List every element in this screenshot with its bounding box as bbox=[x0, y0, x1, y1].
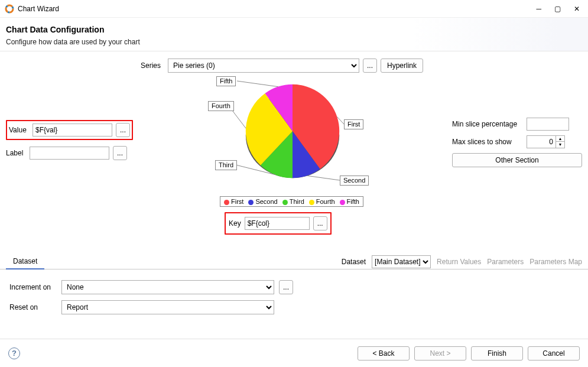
value-more-button[interactable]: ... bbox=[116, 123, 130, 137]
max-slices-spinner[interactable]: ▲ ▼ bbox=[527, 135, 565, 148]
increment-more-button[interactable]: ... bbox=[279, 280, 293, 294]
pie-callout: Third bbox=[215, 160, 237, 170]
label-input[interactable] bbox=[30, 147, 109, 160]
help-icon[interactable]: ? bbox=[8, 347, 20, 359]
series-row: Series Pie series (0) ... Hyperlink bbox=[141, 59, 423, 73]
pie-preview: FirstSecondThirdFourthFifth FirstSecondT… bbox=[207, 75, 378, 270]
value-label: Value bbox=[9, 126, 29, 134]
series-label: Series bbox=[141, 61, 161, 70]
cancel-button[interactable]: Cancel bbox=[528, 346, 580, 360]
pie-callout: Fifth bbox=[216, 76, 236, 86]
finish-button[interactable]: Finish bbox=[471, 346, 523, 360]
other-section-button[interactable]: Other Section bbox=[452, 153, 582, 167]
key-label: Key bbox=[229, 219, 241, 228]
series-select[interactable]: Pie series (0) bbox=[168, 59, 359, 73]
legend-item: Fourth bbox=[309, 198, 335, 205]
titlebar: Chart Wizard ─ ▢ ✕ bbox=[0, 0, 588, 18]
legend-swatch bbox=[282, 200, 288, 205]
increment-label: Increment on bbox=[9, 283, 57, 291]
legend-item: Second bbox=[248, 198, 277, 205]
reset-label: Reset on bbox=[9, 303, 57, 311]
window-title: Chart Wizard bbox=[18, 5, 536, 13]
pie-legend: FirstSecondThirdFourthFifth bbox=[220, 196, 363, 207]
dataset-bar: Dataset [Main Dataset] Return Values Par… bbox=[342, 255, 582, 268]
min-pct-input[interactable] bbox=[527, 118, 569, 131]
max-slices-label: Max slices to show bbox=[452, 138, 523, 146]
return-values-link: Return Values bbox=[437, 258, 481, 266]
spinner-down-icon[interactable]: ▼ bbox=[556, 142, 564, 148]
legend-item: Fifth bbox=[340, 198, 359, 205]
key-input[interactable] bbox=[245, 217, 310, 230]
footer: ? < Back Next > Finish Cancel bbox=[0, 339, 588, 367]
minimize-icon[interactable]: ─ bbox=[536, 5, 541, 13]
pie-callout: First bbox=[344, 119, 363, 129]
dataset-label: Dataset bbox=[342, 258, 366, 266]
legend-swatch bbox=[340, 200, 345, 205]
legend-item: Third bbox=[282, 198, 304, 205]
reset-select[interactable]: Report bbox=[61, 300, 274, 314]
pie-callout: Second bbox=[340, 176, 369, 186]
pie-callout: Fourth bbox=[208, 101, 234, 111]
legend-swatch bbox=[248, 200, 254, 205]
min-pct-label: Min slice percentage bbox=[452, 120, 523, 128]
spinner-up-icon[interactable]: ▲ bbox=[556, 136, 564, 142]
increment-select[interactable]: None bbox=[61, 280, 274, 294]
legend-item: First bbox=[224, 198, 243, 205]
legend-swatch bbox=[309, 200, 314, 205]
right-options: Min slice percentage Max slices to show … bbox=[452, 118, 582, 167]
dataset-form: Increment on None ... Reset on Report bbox=[0, 272, 588, 323]
maximize-icon[interactable]: ▢ bbox=[554, 5, 561, 13]
parameters-map-link: Parameters Map bbox=[529, 258, 582, 266]
max-slices-input[interactable] bbox=[527, 135, 556, 148]
next-button: Next > bbox=[414, 346, 466, 360]
page-title: Chart Data Configuration bbox=[6, 25, 582, 34]
value-highlight: Value ... bbox=[6, 120, 133, 140]
series-more-button[interactable]: ... bbox=[363, 59, 377, 73]
parameters-link: Parameters bbox=[487, 258, 524, 266]
page-header: Chart Data Configuration Configure how d… bbox=[0, 18, 588, 51]
key-highlight: Key ... bbox=[225, 212, 332, 235]
back-button[interactable]: < Back bbox=[358, 346, 410, 360]
value-input[interactable] bbox=[33, 124, 112, 137]
label-label: Label bbox=[6, 149, 26, 157]
page-subtitle: Configure how data are used by your char… bbox=[6, 38, 582, 46]
hyperlink-button[interactable]: Hyperlink bbox=[381, 59, 423, 73]
close-icon[interactable]: ✕ bbox=[574, 5, 580, 13]
app-icon bbox=[5, 4, 14, 14]
key-more-button[interactable]: ... bbox=[313, 216, 327, 230]
label-more-button[interactable]: ... bbox=[113, 146, 127, 160]
legend-swatch bbox=[224, 200, 229, 205]
tab-dataset[interactable]: Dataset bbox=[6, 255, 44, 269]
dataset-select[interactable]: [Main Dataset] bbox=[372, 255, 431, 268]
left-fields: Value ... Label ... bbox=[6, 120, 133, 160]
